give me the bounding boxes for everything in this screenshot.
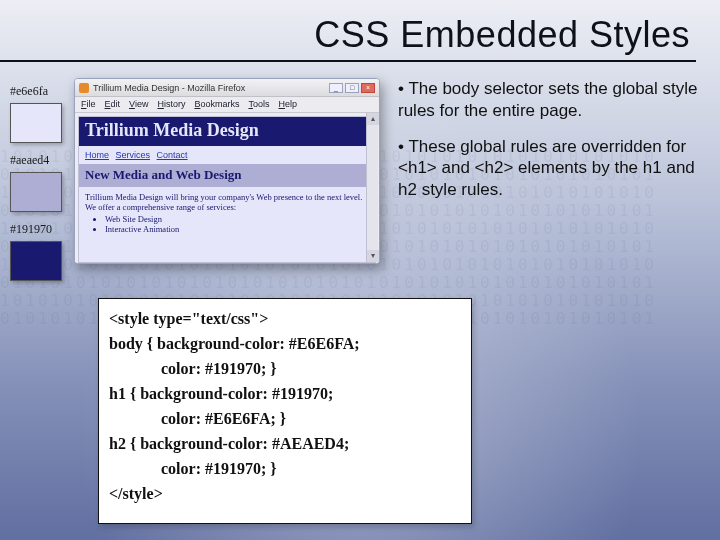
menu-item: File [81,99,96,112]
nav-link: Home [85,150,109,160]
page-h2: New Media and Web Design [79,164,375,187]
page-list-item: Web Site Design [105,214,369,224]
swatch-group: #191970 [10,222,62,281]
page-bullet-list: Web Site Design Interactive Animation [79,214,375,236]
minimize-icon: _ [329,83,343,93]
nav-link: Services [116,150,151,160]
code-line: h1 { background-color: #191970; [109,382,461,407]
menu-item: Tools [248,99,269,112]
menu-item: Edit [105,99,121,112]
nav-link: Contact [157,150,188,160]
code-line: h2 { background-color: #AEAED4; [109,432,461,457]
menu-item: View [129,99,148,112]
swatch-label: #191970 [10,222,62,237]
window-controls: _ □ × [329,83,375,93]
swatch-group: #e6e6fa [10,84,62,143]
menu-item: History [157,99,185,112]
color-swatch-medium [10,172,62,212]
browser-titlebar: Trillium Media Design - Mozilla Firefox … [75,79,379,97]
swatch-label: #e6e6fa [10,84,62,99]
browser-menubar: File Edit View History Bookmarks Tools H… [75,97,379,113]
code-line: body { background-color: #E6E6FA; [109,332,461,357]
code-line: </style> [109,482,461,507]
browser-window-screenshot: Trillium Media Design - Mozilla Firefox … [74,78,380,264]
swatch-label: #aeaed4 [10,153,62,168]
browser-scrollbar: ▴ ▾ [366,113,378,262]
color-swatch-lavender [10,103,62,143]
scroll-down-icon: ▾ [367,250,379,262]
code-line: color: #191970; } [109,357,461,382]
browser-window-title: Trillium Media Design - Mozilla Firefox [93,83,245,93]
code-line: color: #E6E6FA; } [109,407,461,432]
close-icon: × [361,83,375,93]
page-list-item: Interactive Animation [105,224,369,234]
page-nav: Home Services Contact [79,146,375,164]
color-swatch-column: #e6e6fa #aeaed4 #191970 [10,84,62,281]
rendered-page: Trillium Media Design Home Services Cont… [78,116,376,263]
firefox-icon [79,83,89,93]
page-paragraph: Trillium Media Design will bring your co… [79,187,375,214]
page-h1: Trillium Media Design [79,117,375,146]
bullet-text: These global rules are overridden for <h… [398,137,695,200]
bullet-list: • The body selector sets the global styl… [398,78,698,215]
scroll-up-icon: ▴ [367,113,379,125]
bullet-item: • These global rules are overridden for … [398,136,698,201]
menu-item: Help [278,99,297,112]
code-line: color: #191970; } [109,457,461,482]
bullet-text: The body selector sets the global style … [398,79,698,120]
color-swatch-navy [10,241,62,281]
bullet-item: • The body selector sets the global styl… [398,78,698,122]
maximize-icon: □ [345,83,359,93]
menu-item: Bookmarks [194,99,239,112]
code-line: <style type="text/css"> [109,307,461,332]
css-code-box: <style type="text/css"> body { backgroun… [98,298,472,524]
swatch-group: #aeaed4 [10,153,62,212]
slide-title: CSS Embedded Styles [314,14,690,56]
